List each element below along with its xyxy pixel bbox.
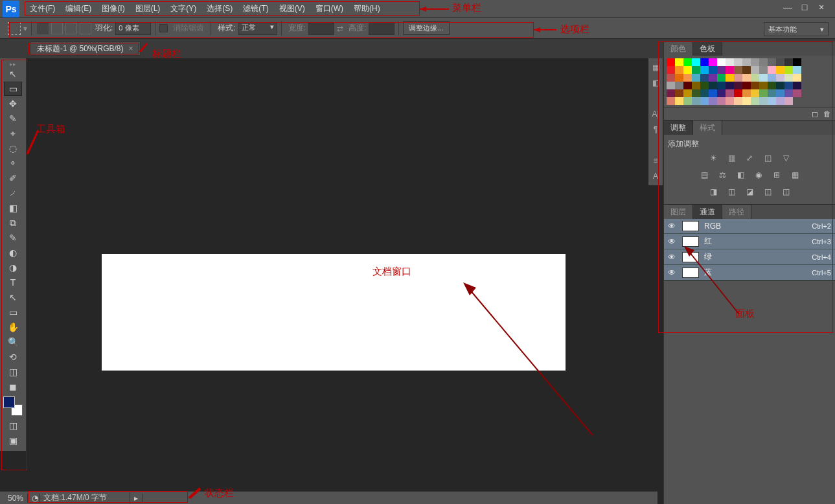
doc-size[interactable]: 文档:1.47M/0 字节 <box>40 492 130 503</box>
swatch[interactable] <box>784 74 793 82</box>
tool-button[interactable]: ↖ <box>4 67 22 81</box>
swatch[interactable] <box>726 58 734 66</box>
swatch[interactable] <box>768 58 776 66</box>
tool-button[interactable]: ◑ <box>4 260 22 275</box>
close-button[interactable]: × <box>813 1 830 13</box>
tool-button[interactable]: ↖ <box>4 290 22 304</box>
threshold-icon[interactable]: ◪ <box>744 186 755 198</box>
visibility-icon[interactable]: 👁 <box>668 237 678 246</box>
swatch[interactable] <box>768 66 776 74</box>
swatch[interactable] <box>793 89 801 97</box>
swatch[interactable] <box>667 66 675 74</box>
vibrance-icon[interactable]: ▽ <box>780 152 792 164</box>
swatch[interactable] <box>683 82 692 89</box>
swatch[interactable] <box>726 97 734 105</box>
swatch[interactable] <box>742 58 751 66</box>
swatch[interactable] <box>759 82 768 89</box>
swatch[interactable] <box>784 82 793 89</box>
menu-item[interactable]: 选择(S) <box>201 3 238 14</box>
swatch[interactable] <box>734 89 742 97</box>
gradient-icon[interactable]: ◫ <box>762 186 773 198</box>
mode-subtract-icon[interactable] <box>65 23 77 34</box>
balance-icon[interactable]: ⚖ <box>716 169 728 181</box>
swatch[interactable] <box>709 66 717 74</box>
swatch[interactable] <box>667 89 675 97</box>
mode-add-icon[interactable] <box>51 23 63 34</box>
swatch[interactable] <box>709 58 717 66</box>
swatch[interactable] <box>675 74 683 82</box>
swatch[interactable] <box>742 74 751 82</box>
swatch[interactable] <box>675 97 683 105</box>
menu-item[interactable]: 滤镜(T) <box>238 3 273 14</box>
swatch[interactable] <box>784 89 793 97</box>
swatch[interactable] <box>717 97 726 105</box>
swatch[interactable] <box>793 74 801 82</box>
tool-button[interactable]: ◧ <box>4 201 22 215</box>
invert-icon[interactable]: ◨ <box>707 186 719 198</box>
swatch[interactable] <box>709 74 717 82</box>
tool-button[interactable]: ▭ <box>4 305 22 319</box>
color-swatch[interactable] <box>3 396 23 416</box>
tool-button[interactable]: ⧉ <box>4 216 22 230</box>
tool-button[interactable]: ◌ <box>4 141 22 155</box>
swatch[interactable] <box>734 66 742 74</box>
swatch[interactable] <box>667 97 675 105</box>
selective-icon[interactable]: ◫ <box>780 186 792 198</box>
swatch[interactable] <box>700 74 709 82</box>
swatch[interactable] <box>726 82 734 89</box>
swatch[interactable] <box>717 66 726 74</box>
tool-button[interactable]: ⚬ <box>4 156 22 170</box>
swatch[interactable] <box>734 74 742 82</box>
swatch[interactable] <box>692 97 700 105</box>
swatch[interactable] <box>742 97 751 105</box>
channel-row[interactable]: 👁RGBCtrl+2 <box>664 219 835 234</box>
swatch[interactable] <box>751 89 759 97</box>
tool-button[interactable]: ◫ <box>4 365 22 379</box>
swatch[interactable] <box>692 89 700 97</box>
panel-icon[interactable]: ≡ <box>649 154 662 167</box>
swatch[interactable] <box>700 82 709 89</box>
visibility-icon[interactable]: 👁 <box>668 253 678 262</box>
document-tab[interactable]: 未标题-1 @ 50%(RGB/8)× <box>30 41 141 56</box>
swatch[interactable] <box>667 74 675 82</box>
adjustments-tab[interactable]: 调整 <box>664 120 693 135</box>
swatch[interactable] <box>793 66 801 74</box>
swatch[interactable] <box>759 58 768 66</box>
swatch[interactable] <box>776 74 784 82</box>
swatch[interactable] <box>717 58 726 66</box>
swatch[interactable] <box>784 58 793 66</box>
status-arrow-icon[interactable]: ▸ <box>130 494 143 503</box>
swatch[interactable] <box>751 82 759 89</box>
swatch[interactable] <box>700 97 709 105</box>
swatch[interactable] <box>734 97 742 105</box>
visibility-icon[interactable]: 👁 <box>668 268 678 277</box>
swatch[interactable] <box>751 97 759 105</box>
swatch[interactable] <box>726 89 734 97</box>
mixer-icon[interactable]: ⊞ <box>771 169 783 181</box>
swatch[interactable] <box>759 74 768 82</box>
panel-icon[interactable]: ¶ <box>649 123 662 136</box>
screenmode-button[interactable]: ▣ <box>4 433 22 448</box>
swatch[interactable] <box>734 82 742 89</box>
swatch[interactable] <box>742 66 751 74</box>
levels-icon[interactable]: ▥ <box>726 152 737 164</box>
tool-button[interactable]: ◐ <box>4 246 22 260</box>
tool-button[interactable]: ⟲ <box>4 350 22 364</box>
tool-button[interactable]: ▭ <box>4 82 22 96</box>
swatch[interactable] <box>709 97 717 105</box>
swatch-grid[interactable] <box>664 56 835 108</box>
new-swatch-icon[interactable]: ◻ <box>812 109 818 119</box>
menu-item[interactable]: 图层(L) <box>130 3 166 14</box>
swatch[interactable] <box>700 89 709 97</box>
menu-item[interactable]: 窗口(W) <box>310 3 349 14</box>
swatch[interactable] <box>742 82 751 89</box>
menu-item[interactable]: 视图(V) <box>274 3 310 14</box>
swatch[interactable] <box>700 66 709 74</box>
swatch[interactable] <box>784 66 793 74</box>
swatch[interactable] <box>700 58 709 66</box>
minimize-button[interactable]: — <box>779 1 796 13</box>
swatch[interactable] <box>768 89 776 97</box>
mode-new-icon[interactable] <box>37 23 49 34</box>
swatch[interactable] <box>675 89 683 97</box>
menu-item[interactable]: 文字(Y) <box>165 3 201 14</box>
